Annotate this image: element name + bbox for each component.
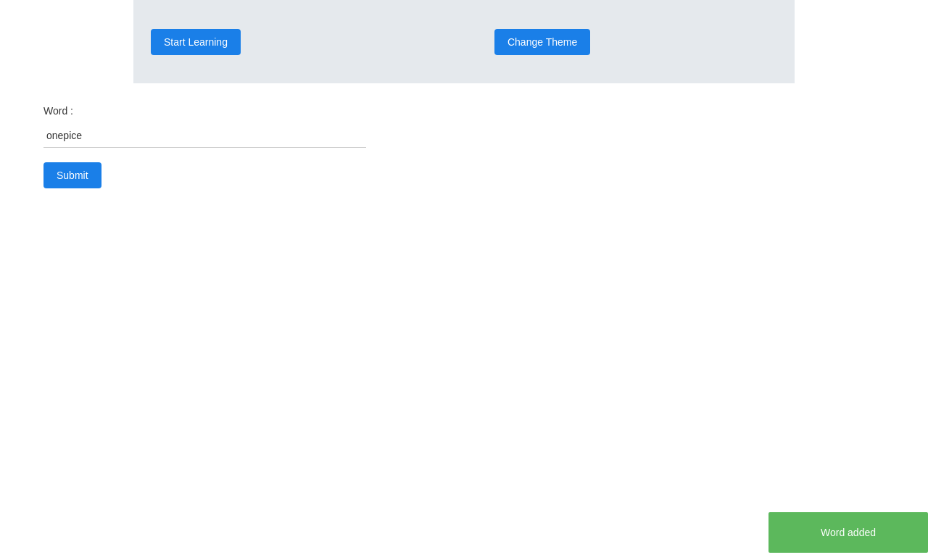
main-content: Word : Submit: [0, 83, 928, 210]
word-label: Word :: [44, 105, 884, 117]
word-input[interactable]: [44, 124, 366, 148]
submit-button[interactable]: Submit: [44, 162, 102, 188]
start-learning-button[interactable]: Start Learning: [151, 29, 241, 55]
toast-notification: Word added: [768, 512, 928, 553]
top-bar: Start Learning Change Theme: [133, 0, 795, 83]
change-theme-button[interactable]: Change Theme: [494, 29, 590, 55]
word-input-container: [44, 124, 366, 148]
